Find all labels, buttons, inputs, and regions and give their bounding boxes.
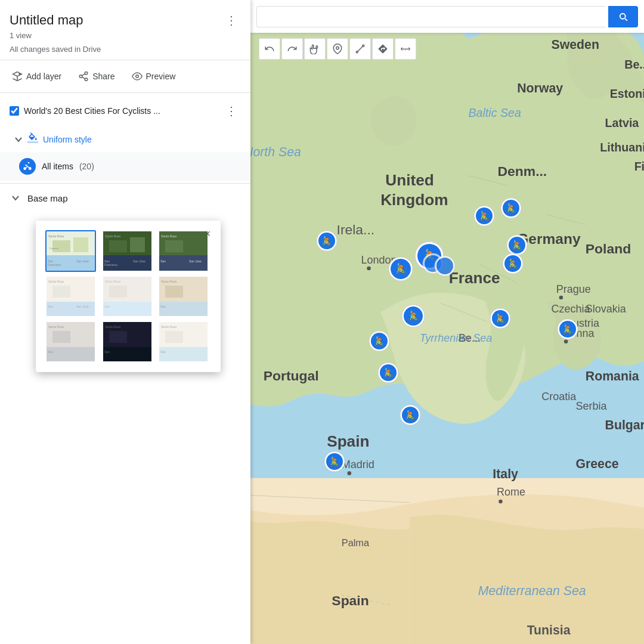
svg-text:North Sea: North Sea [244,145,301,159]
svg-point-74 [436,258,453,274]
marker-barcelona[interactable]: 🚴 [410,431,432,459]
layer-checkbox[interactable] [10,106,19,116]
marker-vienna[interactable]: 🚴 [500,334,522,363]
uniform-style-label[interactable]: Uniform style [43,135,92,144]
redo-button[interactable] [281,38,303,60]
marker-paris[interactable]: 🚴 [413,333,437,364]
basemap-tile-dark[interactable]: Santa Rosa San [102,321,153,363]
svg-rect-157 [165,286,183,298]
svg-rect-132 [109,240,127,252]
svg-text:Italy: Italy [493,467,518,481]
svg-text:San: San [104,350,110,354]
layer-more-button[interactable]: ⋮ [222,101,241,120]
svg-text:Greece: Greece [575,457,618,471]
basemap-tile-simple-atlas[interactable]: Santa Rosa San [158,321,209,363]
cyclist-icon-svg [23,162,32,171]
all-items-label: All items [42,162,73,171]
svg-point-175 [336,47,339,49]
svg-point-117 [135,75,138,78]
paint-bucket-icon [27,132,38,143]
share-button[interactable]: Share [71,66,122,86]
shape-button[interactable] [349,38,371,60]
basemap-tile-plain[interactable]: Santa Rosa San [102,275,153,317]
search-button[interactable] [608,6,638,27]
svg-text:Santa Rosa: Santa Rosa [105,325,120,329]
basemap-header: Base map [10,192,241,204]
marker-amsterdam[interactable]: 🚴 [429,275,459,312]
svg-point-177 [363,45,364,47]
svg-text:San Jose: San Jose [133,259,145,263]
svg-text:Bulgaria: Bulgaria [605,418,644,432]
marker-dublin[interactable]: 🚴 [327,256,348,285]
svg-text:Lithuania: Lithuania [600,141,644,154]
all-items-row[interactable]: All items (20) [0,152,250,181]
svg-rect-162 [52,331,70,343]
basemap-collapse-button[interactable] [10,192,21,204]
undo-button[interactable] [259,38,280,60]
measure-button[interactable] [395,38,416,60]
basemap-tile-atlas[interactable]: Santa Rosa San [158,275,209,317]
share-label: Share [92,72,114,81]
marker-seville[interactable]: 🚴 [335,477,356,506]
cyclist-icon [19,158,36,175]
marker-brussels[interactable]: 🚴 [513,279,534,308]
svg-text:🚴: 🚴 [373,336,385,347]
marker-zurich[interactable]: 🚴 [568,345,589,373]
svg-text:United: United [385,171,434,189]
uniform-style-row: Uniform style [0,129,250,150]
basemap-tile-mono[interactable]: Santa Rosa San [45,321,96,363]
svg-text:Latvia: Latvia [605,116,640,129]
marker-button[interactable] [327,38,348,60]
svg-text:Irela...: Irela... [337,222,375,237]
basemap-tile-default[interactable]: Santa Rosa Concord San Francisco San Jos… [45,230,96,272]
svg-point-113 [79,75,82,78]
pan-button[interactable] [304,38,326,60]
svg-text:🚴: 🚴 [394,262,408,275]
preview-button[interactable]: Preview [125,66,183,86]
basemap-tile-satellite-labels[interactable]: Santa Rosa San San Jose [158,230,209,272]
svg-text:🚴: 🚴 [511,240,523,251]
svg-text:🚴: 🚴 [494,313,506,324]
svg-text:Finlar...: Finlar... [634,160,644,173]
svg-text:Santa Rosa: Santa Rosa [105,234,120,238]
svg-rect-161 [47,347,96,363]
search-icon [618,11,628,22]
map-header [250,0,644,33]
map-title: Untitled map [10,13,83,28]
basemap-chevron-icon [11,194,20,202]
svg-text:🚴: 🚴 [505,203,517,214]
svg-text:Denm...: Denm... [498,163,547,179]
svg-text:Slovakia: Slovakia [586,303,627,315]
svg-text:🚴: 🚴 [478,210,490,222]
add-layer-icon [12,71,23,82]
add-layer-label: Add layer [26,72,61,81]
svg-point-112 [85,72,88,75]
svg-text:Tunisia: Tunisia [527,623,571,637]
layer-section: World's 20 Best Cities For Cyclists ... … [0,93,250,181]
svg-point-120 [28,162,30,164]
svg-text:San: San [48,350,53,354]
svg-point-45 [499,500,503,504]
sidebar-header: Untitled map ⋮ 1 view All changes saved … [0,0,250,60]
svg-text:San Jose: San Jose [76,259,89,263]
svg-rect-145 [47,302,96,317]
svg-text:🚴: 🚴 [321,236,333,247]
basemap-tile-light[interactable]: Santa Rosa San San Jose [45,275,96,317]
svg-text:San: San [104,305,110,308]
more-options-button[interactable]: ⋮ [222,11,241,30]
svg-text:🚴: 🚴 [329,456,340,467]
svg-text:Palma: Palma [342,537,370,548]
svg-text:Santa Rosa: Santa Rosa [161,234,177,238]
collapse-button[interactable] [14,135,23,144]
svg-text:Be...: Be... [624,58,644,71]
directions-button[interactable] [372,38,394,60]
search-input[interactable] [256,6,606,27]
svg-point-20 [367,267,371,271]
svg-rect-151 [103,302,153,317]
svg-text:San: San [160,350,166,354]
chevron-down-icon [14,135,23,144]
add-layer-button[interactable]: Add layer [5,66,69,86]
share-icon [78,71,89,82]
svg-text:Mediterranean Sea: Mediterranean Sea [478,584,586,598]
basemap-tile-satellite[interactable]: Santa Rosa San Francisco San Jose [102,230,153,272]
